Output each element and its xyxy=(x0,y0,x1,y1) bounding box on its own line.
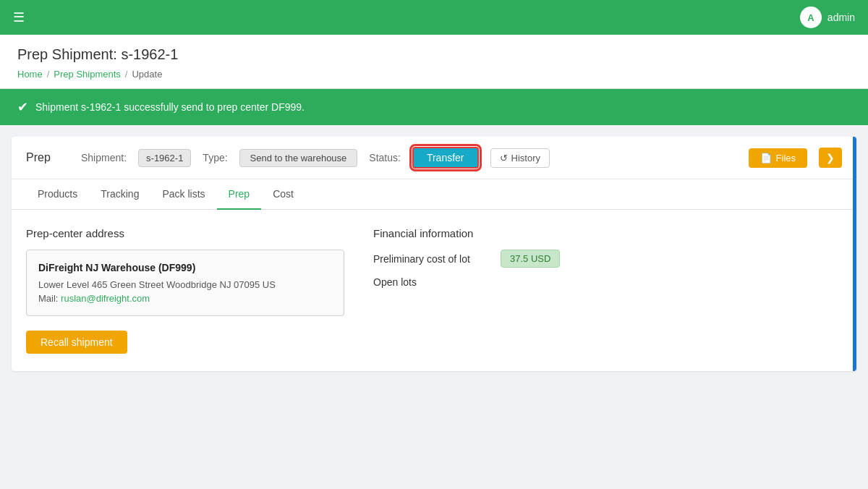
files-button[interactable]: 📄 Files xyxy=(749,148,807,168)
tabs-container: Products Tracking Pack lists Prep Cost xyxy=(12,179,856,210)
shipment-bar-title: Prep xyxy=(26,151,69,164)
admin-username: admin xyxy=(827,12,855,23)
success-message: Shipment s-1962-1 successfully send to p… xyxy=(35,101,305,113)
blue-sidebar-indicator xyxy=(853,137,856,371)
open-lots-label: Open lots xyxy=(373,276,417,288)
history-button[interactable]: ↺ History xyxy=(490,148,550,168)
type-value-badge: Send to the warehouse xyxy=(239,149,358,167)
main-content: Prep-center address DiFreight NJ Warehou… xyxy=(12,210,856,371)
recall-shipment-button[interactable]: Recall shipment xyxy=(26,331,127,354)
breadcrumb-prep-shipments[interactable]: Prep Shipments xyxy=(54,69,121,80)
address-mail: Mail: ruslan@difreight.com xyxy=(38,293,332,304)
open-lots-row: Open lots xyxy=(373,276,842,288)
files-icon: 📄 xyxy=(760,153,772,163)
status-label: Status: xyxy=(369,152,401,163)
cost-value: 37.5 USD xyxy=(501,250,560,268)
cost-row: Preliminary cost of lot 37.5 USD xyxy=(373,250,842,268)
breadcrumb-separator-2: / xyxy=(125,69,128,80)
more-button[interactable]: ❯ xyxy=(819,148,842,168)
breadcrumb-current: Update xyxy=(132,69,162,80)
success-banner: ✔ Shipment s-1962-1 successfully send to… xyxy=(0,89,868,125)
mail-link[interactable]: ruslan@difreight.com xyxy=(61,293,150,304)
tab-products[interactable]: Products xyxy=(26,179,89,210)
cost-label: Preliminary cost of lot xyxy=(373,253,489,265)
page-header: Prep Shipment: s-1962-1 Home / Prep Ship… xyxy=(0,35,868,89)
history-icon: ↺ xyxy=(500,153,508,163)
breadcrumb: Home / Prep Shipments / Update xyxy=(17,69,851,88)
tab-pack-lists[interactable]: Pack lists xyxy=(150,179,216,210)
success-checkmark-icon: ✔ xyxy=(17,99,28,115)
files-label: Files xyxy=(776,153,796,163)
hamburger-menu-icon[interactable]: ☰ xyxy=(13,9,25,25)
tab-cost[interactable]: Cost xyxy=(261,179,305,210)
mail-label: Mail: xyxy=(38,293,58,304)
tab-tracking[interactable]: Tracking xyxy=(89,179,150,210)
left-column: Prep-center address DiFreight NJ Warehou… xyxy=(26,227,344,354)
history-label: History xyxy=(511,153,540,163)
transfer-button[interactable]: Transfer xyxy=(412,147,479,169)
page-title: Prep Shipment: s-1962-1 xyxy=(17,46,851,63)
shipment-label: Shipment: xyxy=(81,152,127,163)
address-line1: Lower Level 465 Green Street Woodbridge … xyxy=(38,278,332,293)
financial-section-title: Financial information xyxy=(373,227,842,239)
shipment-bar: Prep Shipment: s-1962-1 Type: Send to th… xyxy=(12,137,856,179)
warehouse-name: DiFreight NJ Warehouse (DF999) xyxy=(38,262,332,273)
shipment-id-badge: s-1962-1 xyxy=(138,149,191,167)
type-label: Type: xyxy=(203,152,227,163)
right-column: Financial information Preliminary cost o… xyxy=(373,227,842,354)
avatar: A xyxy=(800,7,822,28)
top-navigation: ☰ A admin xyxy=(0,0,868,35)
breadcrumb-home[interactable]: Home xyxy=(17,69,43,80)
address-box: DiFreight NJ Warehouse (DF999) Lower Lev… xyxy=(26,250,344,316)
content-area: Prep Shipment: s-1962-1 Type: Send to th… xyxy=(12,137,856,371)
breadcrumb-separator-1: / xyxy=(47,69,50,80)
tab-prep[interactable]: Prep xyxy=(217,179,262,210)
prep-center-section-title: Prep-center address xyxy=(26,227,344,239)
